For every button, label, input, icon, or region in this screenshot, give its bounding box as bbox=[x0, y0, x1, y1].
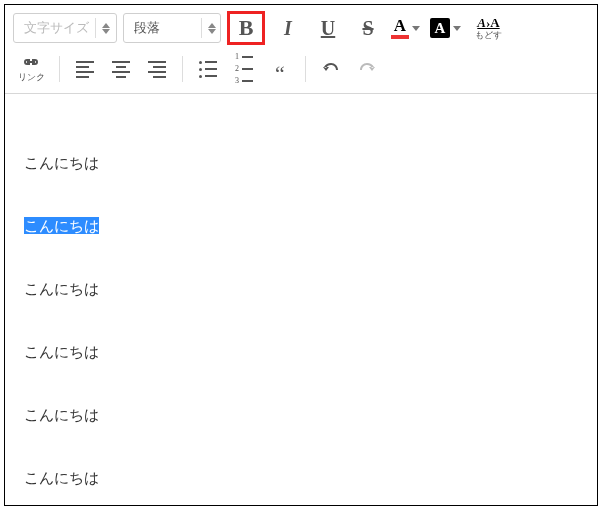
clear-format-icon: A›A bbox=[477, 16, 499, 29]
align-center-button[interactable] bbox=[106, 54, 136, 84]
toolbar: 文字サイズ 段落 B I U S bbox=[5, 5, 597, 87]
underline-icon: U bbox=[321, 17, 335, 40]
align-right-button[interactable] bbox=[142, 54, 172, 84]
text-color-icon: A bbox=[394, 17, 406, 34]
quote-icon: “ bbox=[275, 60, 285, 79]
spinner-icon bbox=[208, 23, 216, 34]
editor-area-wrap: こんにちは こんにちは こんにちは こんにちは こんにちは こんにちは bbox=[4, 93, 598, 506]
align-left-button[interactable] bbox=[70, 54, 100, 84]
editor-frame: 文字サイズ 段落 B I U S bbox=[4, 4, 598, 506]
align-center-icon bbox=[112, 61, 130, 78]
bold-button[interactable]: B bbox=[227, 11, 265, 45]
text-color-button[interactable]: A bbox=[391, 17, 420, 39]
redo-button[interactable] bbox=[352, 54, 382, 84]
paragraph-line[interactable]: こんにちは bbox=[24, 154, 578, 173]
toolbar-row-2: リンク bbox=[13, 51, 589, 87]
ordered-list-icon: 1 2 3 bbox=[235, 53, 253, 85]
paragraph-line[interactable]: こんにちは bbox=[24, 343, 578, 362]
highlight-color-button[interactable]: A bbox=[430, 18, 461, 38]
italic-button[interactable]: I bbox=[271, 13, 305, 43]
toolbar-row-1: 文字サイズ 段落 B I U S bbox=[13, 11, 589, 45]
chevron-down-icon bbox=[412, 26, 420, 31]
align-left-icon bbox=[76, 61, 94, 78]
paragraph-label: 段落 bbox=[134, 19, 195, 37]
clear-format-button[interactable]: A›A もどす bbox=[475, 16, 502, 40]
undo-icon bbox=[322, 58, 340, 81]
bullet-list-icon bbox=[199, 61, 217, 78]
chevron-down-icon bbox=[453, 26, 461, 31]
link-icon bbox=[20, 54, 42, 72]
redo-icon bbox=[358, 58, 376, 81]
link-button[interactable]: リンク bbox=[13, 54, 49, 84]
blockquote-button[interactable]: “ bbox=[265, 54, 295, 84]
underline-button[interactable]: U bbox=[311, 13, 345, 43]
paragraph-line[interactable]: こんにちは bbox=[24, 406, 578, 425]
editor-content[interactable]: こんにちは こんにちは こんにちは こんにちは こんにちは こんにちは bbox=[4, 94, 598, 506]
ordered-list-button[interactable]: 1 2 3 bbox=[229, 54, 259, 84]
bold-icon: B bbox=[239, 15, 254, 41]
paragraph-select[interactable]: 段落 bbox=[123, 13, 221, 43]
paragraph-line[interactable]: こんにちは bbox=[24, 469, 578, 488]
align-right-icon bbox=[148, 61, 166, 78]
italic-icon: I bbox=[284, 17, 292, 40]
paragraph-line[interactable]: こんにちは bbox=[24, 217, 578, 236]
bullet-list-button[interactable] bbox=[193, 54, 223, 84]
highlight-icon: A bbox=[430, 18, 450, 38]
font-size-label: 文字サイズ bbox=[24, 19, 89, 37]
undo-button[interactable] bbox=[316, 54, 346, 84]
paragraph-line[interactable]: こんにちは bbox=[24, 280, 578, 299]
selected-text[interactable]: こんにちは bbox=[24, 217, 99, 234]
font-size-select[interactable]: 文字サイズ bbox=[13, 13, 117, 43]
spinner-icon bbox=[102, 23, 110, 34]
strikethrough-button[interactable]: S bbox=[351, 13, 385, 43]
strikethrough-icon: S bbox=[362, 17, 373, 40]
